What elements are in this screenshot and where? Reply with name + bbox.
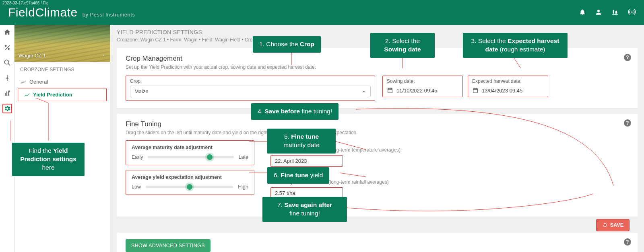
slider-maturity: Average maturity date adjustment Early L… [126,140,254,165]
sidebar-item-general[interactable]: General [14,76,110,88]
cm-sub: Set up the Yield Prediction with your ac… [126,64,629,70]
callout-6: 6. Fine tune yield [267,167,329,184]
ft-title: Fine Tuning [126,120,629,128]
card-advanced: ? SHOW ADVANCED SETTINGS Define several … [117,233,638,252]
sidebar-label-general: General [29,79,48,85]
card-fine-tuning: ? Fine Tuning Drag the sliders on the le… [117,114,638,217]
callout-2: 2. Select the Sowing date [370,33,435,58]
save-button[interactable]: SAVE [596,219,630,231]
sow-value: 11/10/2022 09:45 [396,88,437,94]
s1-high: Late [239,154,248,160]
crop-field-wrap: Crop: Maize [126,76,375,101]
crop-label: Crop: [130,78,371,84]
ft-sub: Drag the sliders on the left until matur… [126,130,629,135]
callout-3: 3. Select the Expected harvest date (rou… [463,33,568,58]
help-icon[interactable]: ? [624,119,631,127]
chevron-down-icon [101,53,106,59]
calendar-icon [387,87,393,94]
s1-title: Average maturity date adjustment [132,145,248,150]
chevron-down-icon [361,89,366,94]
cropzone-hero[interactable]: Wagin CZ 1 [14,25,110,62]
s2-high: High [238,184,248,190]
maturity-date-value: 22. April 2023 [270,155,343,167]
slider-yield: Average yield expectation adjustment Low… [126,170,254,195]
chart-settings-icon[interactable] [2,88,12,98]
settings-icon[interactable] [2,104,12,113]
harvest-date-input[interactable]: 13/04/2023 09:45 [472,87,544,94]
side-panel: Wagin CZ 1 CROPZONE SETTINGS General Yie… [14,25,110,252]
hero-label: Wagin CZ 1 [19,53,46,59]
s2-low: Low [132,184,141,190]
callout-find: Find the Yield Prediction settings here [12,143,85,176]
bell-icon[interactable] [579,8,586,17]
harv-label: Expected harvest date: [472,78,544,84]
s2-title: Average yield expectation adjustment [132,174,248,180]
broadcast-icon[interactable] [628,8,636,17]
brand-by: by Pessl Instruments [83,12,135,18]
brand: FieldClimate by Pessl Instruments [8,6,135,19]
topbar: 2023-03-17.c97a466 / Fig FieldClimate by… [0,0,644,25]
sowing-date-input[interactable]: 11/10/2022 09:45 [387,87,458,94]
slider-maturity-track[interactable] [148,156,233,158]
build-tag: 2023-03-17.c97a466 / Fig [2,1,49,5]
s1-low: Early [132,154,143,160]
sow-label: Sowing date: [387,78,458,84]
sidebar-label-yield: Yield Prediction [33,92,72,98]
farm-icon[interactable] [611,8,619,17]
harvest-date-wrap: Expected harvest date: 13/04/2023 09:45 [468,76,548,97]
pin-icon[interactable] [2,73,12,83]
slider-yield-track[interactable] [146,186,233,188]
side-heading: CROPZONE SETTINGS [14,62,110,76]
home-icon[interactable] [2,27,12,37]
user-icon[interactable] [595,8,602,17]
main: YIELD PREDICTION SETTINGS Cropzone: Wagi… [110,25,644,252]
callout-5: 5. Fine tune maturity date [267,129,336,154]
callout-1: 1. Choose the Crop [253,36,321,53]
crop-value: Maize [134,88,149,94]
satellite-icon[interactable] [2,43,12,52]
crop-select[interactable]: Maize [130,86,371,97]
brand-name: FieldClimate [8,6,78,19]
calendar-icon [472,87,479,94]
callout-4: 4. Save before fine tuning! [251,103,339,120]
help-icon[interactable]: ? [624,54,631,61]
refresh-icon [602,222,608,228]
show-advanced-button[interactable]: SHOW ADVANCED SETTINGS [126,239,211,252]
zoom-icon[interactable] [2,58,12,68]
icon-rail [0,25,14,252]
sidebar-item-yield[interactable]: Yield Prediction [18,88,107,101]
save-label: SAVE [610,222,623,228]
help-icon[interactable]: ? [624,238,631,246]
sowing-date-wrap: Sowing date: 11/10/2022 09:45 [382,76,463,97]
callout-7: 7. Save again after fine tuning! [262,197,347,222]
harv-value: 13/04/2023 09:45 [482,88,522,94]
